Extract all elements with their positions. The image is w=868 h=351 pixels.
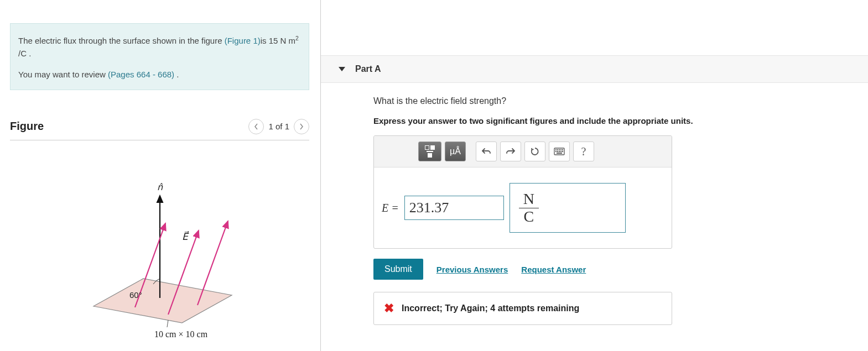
template-icon: [425, 145, 435, 158]
svg-rect-16: [557, 153, 562, 154]
svg-line-4: [167, 320, 168, 327]
value-input[interactable]: [404, 196, 504, 220]
reset-button[interactable]: [524, 142, 545, 161]
dimension-label: 10 cm × 10 cm: [154, 329, 208, 339]
angle-label: 60°: [129, 290, 142, 300]
next-figure-button[interactable]: [294, 119, 309, 134]
prompt-text: You may want to review: [18, 70, 108, 79]
prompt-line-1: The electric flux through the surface sh…: [18, 34, 301, 60]
prompt-text: /C .: [18, 49, 31, 58]
undo-button[interactable]: [476, 142, 497, 161]
svg-rect-8: [559, 149, 560, 150]
feedback-box: ✖ Incorrect; Try Again; 4 attempts remai…: [373, 292, 672, 325]
redo-icon: [506, 148, 516, 155]
caret-down-icon: [339, 67, 345, 71]
undo-icon: [481, 148, 491, 155]
units-label: µÅ: [450, 146, 461, 156]
figure-header: Figure 1 of 1: [10, 119, 309, 140]
prompt-text: The electric flux through the surface sh…: [18, 36, 225, 45]
question-instruction: Express your answer to two significant f…: [373, 116, 850, 125]
figure-heading: Figure: [10, 120, 44, 133]
help-label: ?: [581, 145, 586, 158]
svg-rect-15: [562, 151, 563, 152]
keyboard-icon: [554, 148, 565, 155]
incorrect-icon: ✖: [384, 301, 394, 316]
svg-rect-6: [555, 149, 557, 150]
chevron-left-icon: [254, 123, 258, 130]
previous-answers-link[interactable]: Previous Answers: [436, 265, 508, 274]
answer-entry-panel: µÅ ?: [373, 135, 672, 249]
templates-button[interactable]: [418, 142, 441, 161]
units-button[interactable]: µÅ: [445, 142, 466, 161]
prompt-sup: 2: [295, 35, 299, 41]
svg-rect-14: [560, 151, 562, 152]
svg-rect-12: [557, 151, 558, 152]
request-answer-link[interactable]: Request Answer: [521, 265, 586, 274]
answer-panel-col: Part A What is the electric field streng…: [321, 0, 868, 351]
prompt-box: The electric flux through the surface sh…: [10, 23, 309, 90]
svg-rect-7: [557, 149, 558, 150]
prompt-line-2: You may want to review (Pages 664 - 668)…: [18, 68, 301, 81]
keyboard-button[interactable]: [549, 142, 570, 161]
e-vector-label: E⃗: [182, 231, 189, 242]
svg-rect-9: [560, 149, 562, 150]
variable-label: E =: [382, 202, 399, 214]
reset-icon: [530, 146, 540, 156]
figure-image: n̂ E⃗ 60° 10 cm × 10 cm: [10, 179, 309, 339]
chevron-right-icon: [299, 123, 304, 130]
pager-label: 1 of 1: [268, 122, 289, 131]
n-hat-label: n̂: [157, 182, 163, 192]
unit-numerator: N: [519, 191, 539, 208]
prompt-text: .: [174, 70, 179, 79]
prompt-text: is 15 N m: [261, 36, 295, 45]
answer-toolbar: µÅ ?: [374, 136, 672, 167]
submit-button[interactable]: Submit: [373, 259, 423, 280]
feedback-text: Incorrect; Try Again; 4 attempts remaini…: [402, 303, 579, 313]
unit-fraction: N C: [519, 191, 539, 226]
figure-link[interactable]: (Figure 1): [225, 36, 261, 45]
action-row: Submit Previous Answers Request Answer: [373, 259, 850, 280]
problem-panel: The electric flux through the surface sh…: [0, 0, 321, 351]
unit-input[interactable]: N C: [510, 183, 626, 233]
figure-pager: 1 of 1: [248, 119, 309, 134]
svg-rect-10: [562, 149, 563, 150]
help-button[interactable]: ?: [573, 142, 594, 161]
part-header[interactable]: Part A: [321, 55, 868, 83]
question-text: What is the electric field strength?: [373, 96, 850, 106]
svg-rect-11: [555, 151, 557, 152]
pages-link[interactable]: (Pages 664 - 668): [108, 70, 174, 79]
part-title: Part A: [355, 64, 381, 74]
answer-row: E = N C: [374, 167, 672, 248]
redo-button[interactable]: [500, 142, 521, 161]
prev-figure-button[interactable]: [248, 119, 264, 134]
svg-rect-13: [559, 151, 560, 152]
unit-denominator: C: [519, 208, 538, 226]
